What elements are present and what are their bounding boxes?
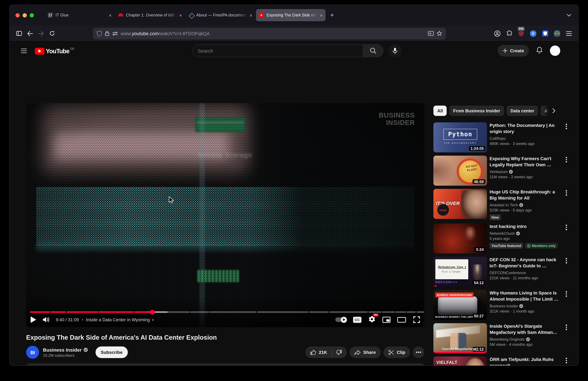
chapter-segment[interactable]: [309, 311, 329, 313]
chapter-segment[interactable]: [134, 311, 189, 313]
chapter-segment[interactable]: [30, 311, 50, 313]
related-video-menu-button[interactable]: [563, 189, 570, 220]
chapter-segment[interactable]: [368, 311, 381, 313]
dislike-button[interactable]: [332, 349, 347, 355]
back-button[interactable]: [24, 28, 36, 39]
channel-avatar[interactable]: BI: [26, 346, 39, 359]
filter-chip[interactable]: AI: [541, 106, 549, 116]
related-video-title[interactable]: DEF CON 32 - Anyone can hack IoT- Beginn…: [490, 257, 563, 269]
browser-tab[interactable]: Exposing The Dark Side of Amer ×: [256, 9, 326, 21]
extensions-button[interactable]: [504, 28, 515, 39]
related-channel-name[interactable]: Bloomberg Originals: [490, 337, 525, 342]
video-thumbnail[interactable]: OpenAI Megafactory 42:12: [433, 323, 487, 353]
related-video-menu-button[interactable]: [563, 323, 570, 353]
video-progress-bar[interactable]: [30, 311, 420, 313]
related-video-item[interactable]: OpenAI Megafactory 42:12 Inside OpenAI's…: [433, 323, 570, 353]
tab-close-button[interactable]: ×: [320, 13, 323, 18]
bookmark-star-icon[interactable]: [437, 31, 442, 36]
video-thumbnail[interactable]: Python THE DOCUMENTARY 1:24:05: [433, 122, 487, 152]
account-button[interactable]: [492, 28, 503, 39]
guide-button[interactable]: [18, 44, 30, 57]
related-video-menu-button[interactable]: [563, 357, 570, 365]
video-thumbnail[interactable]: IT'S OVER tsmc 29:19: [433, 189, 487, 219]
filter-chip[interactable]: All: [433, 106, 447, 116]
tab-close-button[interactable]: ×: [109, 13, 112, 18]
related-channel-name[interactable]: Business Insider: [490, 304, 518, 308]
profile-avatar[interactable]: [550, 45, 560, 56]
browser-tab[interactable]: Chapter 1. Overview of IdM and ×: [115, 9, 185, 21]
chapter-segment[interactable]: [67, 311, 98, 313]
related-video-menu-button[interactable]: [563, 224, 570, 253]
fullscreen-button[interactable]: [413, 316, 420, 324]
window-close-button[interactable]: [16, 13, 20, 17]
related-channel-name[interactable]: DEFCONConference: [490, 270, 526, 275]
related-video-item[interactable]: 0:24 test hacking intro NetworkChuck 5 y…: [433, 224, 570, 253]
ghost-extension-button[interactable]: [551, 28, 563, 39]
play-button[interactable]: [30, 316, 37, 323]
related-video-item[interactable]: Methodology Step 1 Pick a Target DEFCON>…: [433, 257, 570, 287]
chapter-segment[interactable]: [407, 311, 416, 313]
voice-search-button[interactable]: [389, 44, 401, 57]
window-zoom-button[interactable]: [30, 13, 34, 17]
chapter-segment[interactable]: [210, 311, 256, 313]
clip-button[interactable]: Clip: [383, 346, 410, 358]
video-thumbnail[interactable]: Methodology Step 1 Pick a Target DEFCON>…: [433, 257, 487, 287]
related-channel-name[interactable]: Veritasium: [490, 170, 508, 174]
related-video-title[interactable]: Exposing Why Farmers Can't Legally Repla…: [490, 156, 563, 168]
related-video-title[interactable]: Inside OpenAI's Stargate Megafactory wit…: [490, 323, 563, 336]
create-button[interactable]: Create: [498, 45, 529, 57]
ublock-extension-button[interactable]: 241: [516, 28, 527, 39]
related-video-menu-button[interactable]: [563, 257, 570, 287]
youtube-logo[interactable]: YouTube DE: [35, 47, 75, 55]
autoplay-toggle[interactable]: [335, 317, 346, 322]
filter-chip[interactable]: Data center: [507, 106, 538, 116]
vimium-extension-button[interactable]: [528, 28, 539, 39]
related-video-item[interactable]: BURIED UNDERGROUND BUSINESS INSIDER | TH…: [433, 290, 570, 320]
chapter-segment[interactable]: [99, 311, 133, 313]
miniplayer-button[interactable]: [382, 316, 391, 323]
subscribe-button[interactable]: Subscribe: [96, 346, 128, 358]
related-video-title[interactable]: Why Humans Living In Space Is Almost Imp…: [490, 290, 563, 302]
picture-in-picture-icon[interactable]: [428, 31, 434, 36]
related-video-item[interactable]: Python THE DOCUMENTARY 1:24:05 Python: T…: [433, 122, 570, 152]
video-thumbnail[interactable]: 0:24: [433, 224, 487, 253]
related-video-title[interactable]: ÖRR am Tiefpunkt: Julia Ruhs gecancelt: [490, 357, 563, 365]
related-video-item[interactable]: VIELFALT NUR FASSADE 2:53:28 ÖRR am Tief…: [433, 357, 570, 365]
new-tab-button[interactable]: +: [327, 10, 337, 20]
subtitles-button[interactable]: [353, 316, 361, 323]
permissions-icon[interactable]: [112, 31, 118, 36]
menu-button[interactable]: [564, 28, 574, 39]
related-video-item[interactable]: DO NOT PLANT 46:59 Exposing Why Farmers …: [433, 156, 570, 186]
share-button[interactable]: Share: [349, 346, 381, 358]
bitwarden-extension-button[interactable]: [540, 28, 550, 39]
chapter-segment[interactable]: [51, 311, 66, 313]
chapter-segment[interactable]: [417, 311, 424, 313]
channel-name[interactable]: Business Insider: [43, 347, 82, 352]
volume-button[interactable]: [42, 316, 50, 323]
related-channel-name[interactable]: Anastasi In Tech: [490, 203, 518, 207]
like-button[interactable]: 21K: [305, 349, 332, 355]
notifications-button[interactable]: [536, 46, 543, 55]
description-box[interactable]: 1.1M views 8 days ago The explosion of A…: [26, 363, 424, 365]
url-bar[interactable]: www.youtube.com/watch?v=t-8TDOFqkQA: [93, 28, 446, 39]
related-video-menu-button[interactable]: [563, 122, 570, 152]
chapter-segment[interactable]: [382, 311, 395, 313]
sidebar-toggle-button[interactable]: [14, 28, 24, 39]
chips-scroll-right-button[interactable]: [552, 108, 556, 113]
tracking-protection-shield-icon[interactable]: [97, 30, 102, 36]
filter-chip[interactable]: From Business Insider: [449, 106, 504, 116]
related-video-menu-button[interactable]: [563, 156, 570, 186]
related-video-menu-button[interactable]: [563, 290, 570, 320]
related-channel-name[interactable]: NetworkChuck: [490, 231, 515, 236]
settings-button[interactable]: HD: [368, 315, 376, 324]
forward-button[interactable]: [36, 28, 46, 39]
url-text[interactable]: www.youtube.com/watch?v=t-8TDOFqkQA: [121, 31, 425, 36]
related-video-title[interactable]: test hacking intro: [490, 224, 563, 230]
related-video-item[interactable]: IT'S OVER tsmc 29:19 Huge US Chip Breakt…: [433, 189, 570, 220]
chapter-segment[interactable]: [190, 311, 209, 313]
search-button[interactable]: [363, 44, 383, 57]
video-thumbnail[interactable]: BURIED UNDERGROUND BUSINESS INSIDER | TH…: [433, 290, 487, 320]
related-channel-name[interactable]: CultRepo: [490, 136, 506, 141]
chapter-title[interactable]: Inside a Data Center in Wyoming: [86, 317, 150, 322]
lock-icon[interactable]: [105, 31, 109, 36]
